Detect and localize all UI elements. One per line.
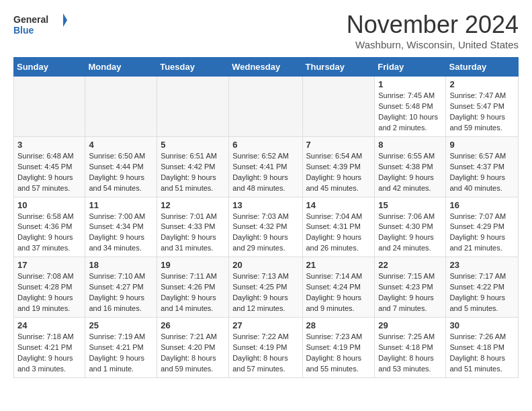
calendar-cell-3-6: 23Sunrise: 7:17 AMSunset: 4:22 PMDayligh… bbox=[446, 257, 519, 318]
day-number: 1 bbox=[378, 79, 442, 89]
svg-text:Blue: Blue bbox=[13, 25, 34, 36]
day-number: 28 bbox=[306, 320, 371, 330]
day-info: Sunrise: 6:58 AMSunset: 4:36 PMDaylight:… bbox=[17, 212, 81, 255]
calendar-cell-1-5: 8Sunrise: 6:55 AMSunset: 4:38 PMDaylight… bbox=[375, 136, 446, 197]
title-area: November 2024 Washburn, Wisconsin, Unite… bbox=[347, 11, 519, 50]
day-info: Sunrise: 7:19 AMSunset: 4:21 PMDaylight:… bbox=[89, 332, 153, 375]
calendar-cell-2-5: 15Sunrise: 7:06 AMSunset: 4:30 PMDayligh… bbox=[375, 197, 446, 257]
day-info: Sunrise: 7:13 AMSunset: 4:25 PMDaylight:… bbox=[232, 271, 298, 314]
week-row-0: 1Sunrise: 7:45 AMSunset: 5:48 PMDaylight… bbox=[14, 77, 519, 137]
calendar-cell-0-1 bbox=[85, 77, 157, 137]
day-info: Sunrise: 7:22 AMSunset: 4:19 PMDaylight:… bbox=[232, 332, 298, 375]
day-info: Sunrise: 7:47 AMSunset: 5:47 PMDaylight:… bbox=[449, 91, 515, 134]
day-info: Sunrise: 6:50 AMSunset: 4:44 PMDaylight:… bbox=[89, 151, 153, 194]
day-number: 11 bbox=[89, 200, 153, 210]
col-monday: Monday bbox=[85, 58, 157, 77]
day-info: Sunrise: 7:01 AMSunset: 4:33 PMDaylight:… bbox=[161, 212, 225, 255]
calendar-cell-4-2: 26Sunrise: 7:21 AMSunset: 4:20 PMDayligh… bbox=[157, 318, 229, 378]
calendar-cell-3-4: 21Sunrise: 7:14 AMSunset: 4:24 PMDayligh… bbox=[302, 257, 375, 318]
day-info: Sunrise: 7:14 AMSunset: 4:24 PMDaylight:… bbox=[306, 271, 371, 314]
month-title: November 2024 bbox=[347, 11, 519, 39]
week-row-2: 10Sunrise: 6:58 AMSunset: 4:36 PMDayligh… bbox=[14, 197, 519, 257]
day-number: 23 bbox=[449, 260, 515, 270]
calendar-cell-2-4: 14Sunrise: 7:04 AMSunset: 4:31 PMDayligh… bbox=[302, 197, 375, 257]
day-info: Sunrise: 6:48 AMSunset: 4:45 PMDaylight:… bbox=[17, 151, 81, 194]
calendar-cell-1-6: 9Sunrise: 6:57 AMSunset: 4:37 PMDaylight… bbox=[446, 136, 519, 197]
calendar-header-row: Sunday Monday Tuesday Wednesday Thursday… bbox=[14, 58, 519, 77]
calendar-cell-0-3 bbox=[229, 77, 302, 137]
calendar-cell-4-5: 29Sunrise: 7:25 AMSunset: 4:18 PMDayligh… bbox=[375, 318, 446, 378]
day-number: 20 bbox=[232, 260, 298, 270]
week-row-4: 24Sunrise: 7:18 AMSunset: 4:21 PMDayligh… bbox=[14, 318, 519, 378]
calendar-cell-2-6: 16Sunrise: 7:07 AMSunset: 4:29 PMDayligh… bbox=[446, 197, 519, 257]
day-number: 16 bbox=[449, 200, 515, 210]
calendar-cell-0-2 bbox=[157, 77, 229, 137]
day-info: Sunrise: 6:55 AMSunset: 4:38 PMDaylight:… bbox=[378, 151, 442, 194]
day-number: 2 bbox=[449, 79, 515, 89]
col-tuesday: Tuesday bbox=[157, 58, 229, 77]
calendar-cell-4-1: 25Sunrise: 7:19 AMSunset: 4:21 PMDayligh… bbox=[85, 318, 157, 378]
day-info: Sunrise: 7:26 AMSunset: 4:18 PMDaylight:… bbox=[449, 332, 515, 375]
week-row-3: 17Sunrise: 7:08 AMSunset: 4:28 PMDayligh… bbox=[14, 257, 519, 318]
day-number: 6 bbox=[232, 140, 298, 150]
day-number: 12 bbox=[161, 200, 225, 210]
day-info: Sunrise: 7:15 AMSunset: 4:23 PMDaylight:… bbox=[378, 271, 442, 314]
day-info: Sunrise: 7:23 AMSunset: 4:19 PMDaylight:… bbox=[306, 332, 371, 375]
day-number: 7 bbox=[306, 140, 371, 150]
day-info: Sunrise: 7:45 AMSunset: 5:48 PMDaylight:… bbox=[378, 91, 442, 134]
day-info: Sunrise: 7:11 AMSunset: 4:26 PMDaylight:… bbox=[161, 271, 225, 314]
day-number: 25 bbox=[89, 320, 153, 330]
day-info: Sunrise: 7:04 AMSunset: 4:31 PMDaylight:… bbox=[306, 212, 371, 255]
day-number: 27 bbox=[232, 320, 298, 330]
col-thursday: Thursday bbox=[302, 58, 375, 77]
calendar-cell-0-0 bbox=[14, 77, 85, 137]
day-number: 5 bbox=[161, 140, 225, 150]
day-number: 15 bbox=[378, 200, 442, 210]
day-info: Sunrise: 6:54 AMSunset: 4:39 PMDaylight:… bbox=[306, 151, 371, 194]
day-number: 9 bbox=[449, 140, 515, 150]
calendar-cell-2-1: 11Sunrise: 7:00 AMSunset: 4:34 PMDayligh… bbox=[85, 197, 157, 257]
day-info: Sunrise: 7:21 AMSunset: 4:20 PMDaylight:… bbox=[161, 332, 225, 375]
col-saturday: Saturday bbox=[446, 58, 519, 77]
svg-marker-2 bbox=[63, 13, 67, 27]
col-wednesday: Wednesday bbox=[229, 58, 302, 77]
col-friday: Friday bbox=[375, 58, 446, 77]
calendar-cell-1-2: 5Sunrise: 6:51 AMSunset: 4:42 PMDaylight… bbox=[157, 136, 229, 197]
header: General Blue November 2024 Washburn, Wis… bbox=[13, 11, 519, 50]
col-sunday: Sunday bbox=[14, 58, 85, 77]
calendar-cell-3-2: 19Sunrise: 7:11 AMSunset: 4:26 PMDayligh… bbox=[157, 257, 229, 318]
logo-svg: General Blue bbox=[13, 11, 67, 39]
day-number: 18 bbox=[89, 260, 153, 270]
day-number: 24 bbox=[17, 320, 81, 330]
calendar: Sunday Monday Tuesday Wednesday Thursday… bbox=[13, 57, 519, 378]
day-info: Sunrise: 7:10 AMSunset: 4:27 PMDaylight:… bbox=[89, 271, 153, 314]
calendar-cell-1-4: 7Sunrise: 6:54 AMSunset: 4:39 PMDaylight… bbox=[302, 136, 375, 197]
day-number: 26 bbox=[161, 320, 225, 330]
calendar-cell-2-3: 13Sunrise: 7:03 AMSunset: 4:32 PMDayligh… bbox=[229, 197, 302, 257]
calendar-cell-4-6: 30Sunrise: 7:26 AMSunset: 4:18 PMDayligh… bbox=[446, 318, 519, 378]
day-number: 21 bbox=[306, 260, 371, 270]
calendar-cell-4-0: 24Sunrise: 7:18 AMSunset: 4:21 PMDayligh… bbox=[14, 318, 85, 378]
calendar-cell-4-3: 27Sunrise: 7:22 AMSunset: 4:19 PMDayligh… bbox=[229, 318, 302, 378]
calendar-cell-4-4: 28Sunrise: 7:23 AMSunset: 4:19 PMDayligh… bbox=[302, 318, 375, 378]
calendar-cell-2-0: 10Sunrise: 6:58 AMSunset: 4:36 PMDayligh… bbox=[14, 197, 85, 257]
day-info: Sunrise: 7:25 AMSunset: 4:18 PMDaylight:… bbox=[378, 332, 442, 375]
day-info: Sunrise: 7:03 AMSunset: 4:32 PMDaylight:… bbox=[232, 212, 298, 255]
day-info: Sunrise: 6:51 AMSunset: 4:42 PMDaylight:… bbox=[161, 151, 225, 194]
day-info: Sunrise: 7:18 AMSunset: 4:21 PMDaylight:… bbox=[17, 332, 81, 375]
calendar-cell-1-0: 3Sunrise: 6:48 AMSunset: 4:45 PMDaylight… bbox=[14, 136, 85, 197]
day-number: 19 bbox=[161, 260, 225, 270]
day-info: Sunrise: 7:08 AMSunset: 4:28 PMDaylight:… bbox=[17, 271, 81, 314]
day-info: Sunrise: 6:52 AMSunset: 4:41 PMDaylight:… bbox=[232, 151, 298, 194]
day-number: 4 bbox=[89, 140, 153, 150]
day-info: Sunrise: 7:06 AMSunset: 4:30 PMDaylight:… bbox=[378, 212, 442, 255]
calendar-cell-3-5: 22Sunrise: 7:15 AMSunset: 4:23 PMDayligh… bbox=[375, 257, 446, 318]
calendar-cell-1-3: 6Sunrise: 6:52 AMSunset: 4:41 PMDaylight… bbox=[229, 136, 302, 197]
day-info: Sunrise: 6:57 AMSunset: 4:37 PMDaylight:… bbox=[449, 151, 515, 194]
day-info: Sunrise: 7:07 AMSunset: 4:29 PMDaylight:… bbox=[449, 212, 515, 255]
calendar-cell-3-0: 17Sunrise: 7:08 AMSunset: 4:28 PMDayligh… bbox=[14, 257, 85, 318]
calendar-cell-0-4 bbox=[302, 77, 375, 137]
day-number: 30 bbox=[449, 320, 515, 330]
calendar-cell-3-1: 18Sunrise: 7:10 AMSunset: 4:27 PMDayligh… bbox=[85, 257, 157, 318]
svg-text:General: General bbox=[13, 14, 48, 25]
